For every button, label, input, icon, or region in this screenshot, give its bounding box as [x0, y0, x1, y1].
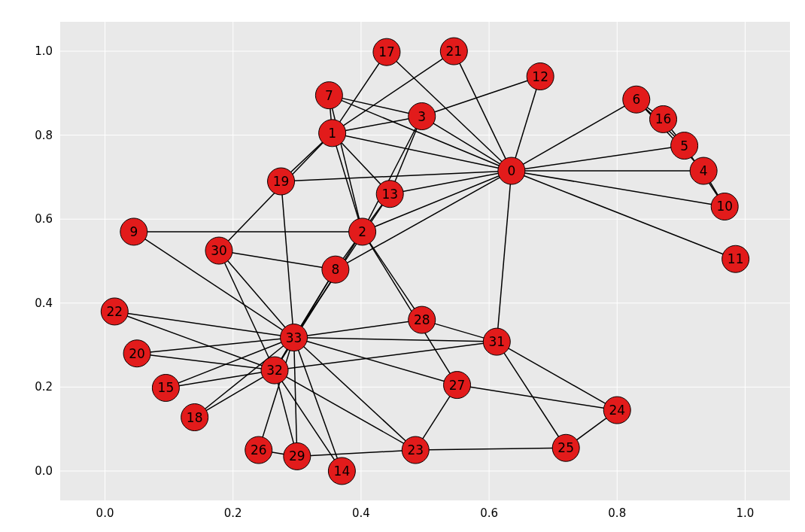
edge [294, 338, 497, 342]
edge [415, 448, 566, 450]
node [281, 324, 308, 351]
edge [114, 312, 293, 338]
node [527, 63, 554, 90]
node [671, 132, 698, 160]
y-tick-label: 0.0 [35, 464, 53, 478]
edge [137, 338, 293, 354]
edge [390, 171, 512, 194]
edge [422, 77, 540, 117]
node [440, 38, 467, 65]
node [101, 298, 128, 325]
node [711, 193, 738, 220]
edge [497, 342, 566, 448]
edge [329, 96, 421, 117]
edge [387, 52, 512, 171]
edge [294, 320, 422, 337]
y-tick-label: 0.6 [35, 212, 53, 226]
edge [219, 251, 336, 269]
edge [333, 133, 363, 232]
node [322, 256, 349, 283]
node [284, 442, 311, 470]
node [245, 436, 272, 464]
edge [259, 338, 294, 451]
node [328, 458, 355, 485]
node [722, 245, 749, 272]
edge [333, 133, 512, 171]
node [268, 168, 295, 195]
edge [497, 171, 512, 342]
y-tick-label: 0.2 [35, 380, 53, 394]
node [376, 181, 403, 208]
node [409, 103, 436, 130]
plot-svg: 0123456789101112131415161718192021222324… [60, 22, 790, 500]
x-tick-label: 0.6 [480, 506, 498, 520]
node [152, 374, 179, 401]
x-tick-label: 0.8 [608, 506, 626, 520]
node [623, 86, 650, 113]
node [261, 357, 288, 384]
edge [512, 146, 685, 171]
edge [363, 232, 422, 320]
x-tick-label: 1.0 [737, 506, 755, 520]
edge [297, 450, 415, 456]
node [690, 157, 717, 184]
node [349, 218, 376, 245]
node [603, 397, 630, 424]
x-tick-label: 0.4 [352, 506, 370, 520]
figure: 0123456789101112131415161718192021222324… [0, 0, 805, 532]
y-tick-label: 1.0 [35, 44, 53, 58]
y-tick-label: 0.8 [35, 129, 53, 142]
node [444, 372, 471, 399]
edge [275, 342, 497, 370]
y-tick-label: 0.4 [35, 296, 53, 310]
edge [166, 370, 275, 388]
node [650, 105, 677, 132]
x-tick-label: 0.0 [96, 506, 114, 520]
node [552, 434, 579, 461]
node [409, 306, 436, 333]
node [181, 404, 208, 431]
node [205, 237, 232, 264]
node [315, 82, 342, 109]
edge [137, 354, 275, 370]
edge [497, 342, 617, 410]
node [120, 218, 147, 245]
edge [219, 251, 294, 337]
node [402, 436, 429, 464]
edge [294, 338, 297, 457]
x-tick-label: 0.2 [224, 506, 242, 520]
node [319, 120, 346, 147]
node [123, 340, 150, 367]
edge [457, 385, 618, 410]
node [373, 38, 400, 65]
node [498, 157, 525, 184]
node [483, 328, 510, 355]
edge [281, 181, 294, 338]
